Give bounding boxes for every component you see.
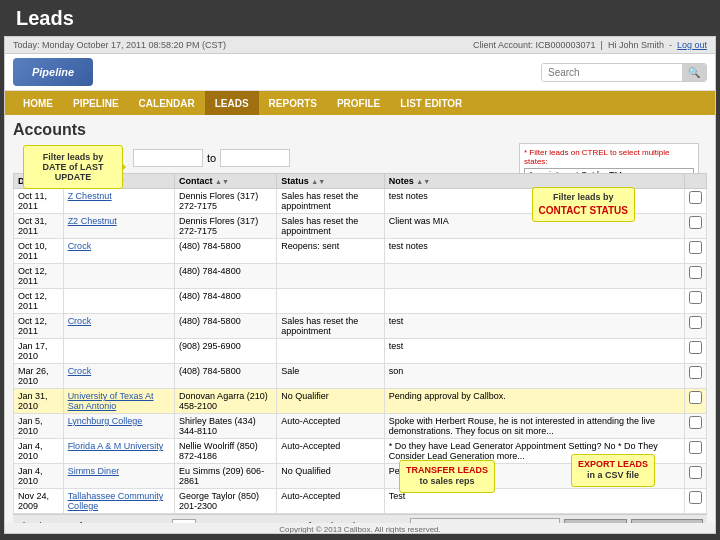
logo: Pipeline xyxy=(13,58,93,86)
cell-status xyxy=(277,339,384,364)
cell-company: Crock xyxy=(63,364,174,389)
row-checkbox[interactable] xyxy=(689,266,702,279)
to-label: to xyxy=(207,152,216,164)
transfer-line2: to sales reps xyxy=(406,476,488,488)
page-title-bar: Leads xyxy=(0,0,720,36)
nav-leads[interactable]: LEADS xyxy=(205,91,259,115)
cell-contact: George Taylor (850) 201-2300 xyxy=(175,489,277,514)
table-row: Mar 26, 2010Crock(408) 784-5800Saleson xyxy=(14,364,707,389)
cell-checkbox[interactable] xyxy=(685,389,707,414)
row-checkbox[interactable] xyxy=(689,491,702,504)
page-input[interactable] xyxy=(172,519,196,523)
row-checkbox[interactable] xyxy=(689,316,702,329)
cell-contact: Nellie Woolriff (850) 872-4186 xyxy=(175,439,277,464)
cell-status: Sales has reset the appointment xyxy=(277,214,384,239)
cell-checkbox[interactable] xyxy=(685,464,707,489)
transfer-label: Transfer selected accounts to: xyxy=(286,521,406,523)
row-checkbox[interactable] xyxy=(689,366,702,379)
export-tooltip: EXPORT LEADS in a CSV file xyxy=(571,454,655,487)
right-info: Client Account: ICB000003071 | Hi John S… xyxy=(473,40,707,50)
row-checkbox[interactable] xyxy=(689,466,702,479)
row-checkbox[interactable] xyxy=(689,391,702,404)
table-row: Jan 17, 2010(908) 295-6900test xyxy=(14,339,707,364)
cell-status: Sale xyxy=(277,364,384,389)
cell-checkbox[interactable] xyxy=(685,189,707,214)
cell-checkbox[interactable] xyxy=(685,214,707,239)
cell-status: Auto-Accepted xyxy=(277,414,384,439)
export-line1: EXPORT LEADS xyxy=(578,459,648,471)
cell-status xyxy=(277,289,384,314)
nav-calendar[interactable]: CALENDAR xyxy=(129,91,205,115)
cell-notes: son xyxy=(384,364,684,389)
date-to-input[interactable] xyxy=(220,149,290,167)
csv-button[interactable]: CSV EXPORT xyxy=(631,519,703,523)
accounts-header: Accounts xyxy=(13,121,707,139)
search-container: 🔍 xyxy=(541,63,707,82)
cell-company xyxy=(63,289,174,314)
row-checkbox[interactable] xyxy=(689,341,702,354)
transfer-select[interactable] xyxy=(410,518,560,523)
cell-company: Z2 Chestnut xyxy=(63,214,174,239)
nav-profile[interactable]: PROFILE xyxy=(327,91,390,115)
cell-checkbox[interactable] xyxy=(685,239,707,264)
search-button[interactable]: 🔍 xyxy=(682,64,706,81)
cell-date: Nov 24, 2009 xyxy=(14,489,64,514)
filter-row: Filter leads by DATE of LAST UPDATE to *… xyxy=(13,143,707,167)
cell-notes: Pending approval by Callbox. xyxy=(384,389,684,414)
logout-link[interactable]: Log out xyxy=(677,40,707,50)
status-filter-label: * Filter leads on CTREL to select multip… xyxy=(524,148,694,166)
logo-image: Pipeline xyxy=(13,58,93,86)
row-checkbox[interactable] xyxy=(689,291,702,304)
row-checkbox[interactable] xyxy=(689,191,702,204)
nav-reports[interactable]: REPORTS xyxy=(259,91,327,115)
cell-company: Z Chestnut xyxy=(63,189,174,214)
cell-contact: Dennis Flores (317) 272-7175 xyxy=(175,189,277,214)
cell-date: Oct 12, 2011 xyxy=(14,314,64,339)
contact-status-tooltip: Filter leads by CONTACT STATUS xyxy=(532,187,635,222)
filter-date-tooltip: Filter leads by DATE of LAST UPDATE xyxy=(23,145,123,189)
row-checkbox[interactable] xyxy=(689,241,702,254)
table-row: Oct 12, 2011Crock(480) 784-5800Sales has… xyxy=(14,314,707,339)
cell-notes: test xyxy=(384,314,684,339)
cell-date: Oct 12, 2011 xyxy=(14,289,64,314)
table-row: Nov 24, 2009Tallahassee Community Colleg… xyxy=(14,489,707,514)
cell-checkbox[interactable] xyxy=(685,414,707,439)
nav-bar: HOME PIPELINE CALENDAR LEADS REPORTS PRO… xyxy=(5,91,715,115)
row-checkbox[interactable] xyxy=(689,416,702,429)
row-checkbox[interactable] xyxy=(689,216,702,229)
cell-checkbox[interactable] xyxy=(685,364,707,389)
date-from-input[interactable] xyxy=(133,149,203,167)
cell-date: Jan 31, 2010 xyxy=(14,389,64,414)
table-row: Jan 5, 2010Lynchburg CollegeShirley Bate… xyxy=(14,414,707,439)
row-checkbox[interactable] xyxy=(689,441,702,454)
cell-contact: (908) 295-6900 xyxy=(175,339,277,364)
client-label: Client Account: ICB000003071 xyxy=(473,40,596,50)
cell-contact: (480) 784-5800 xyxy=(175,239,277,264)
cell-company: University of Texas At San Antonio xyxy=(63,389,174,414)
nav-listeditor[interactable]: LIST EDITOR xyxy=(390,91,472,115)
cell-checkbox[interactable] xyxy=(685,339,707,364)
page-title: Leads xyxy=(16,7,74,30)
cell-checkbox[interactable] xyxy=(685,489,707,514)
page-nav: Showing 1-14 of 14 rows. Go to page: xyxy=(17,519,196,523)
cell-contact: Shirley Bates (434) 344-8110 xyxy=(175,414,277,439)
nav-pipeline[interactable]: PIPELINE xyxy=(63,91,129,115)
contact-status-line1: Filter leads by xyxy=(539,192,628,204)
cell-notes: test notes xyxy=(384,239,684,264)
cell-contact: (480) 784-4800 xyxy=(175,264,277,289)
transfer-button[interactable]: TRANSFER xyxy=(564,519,627,523)
cell-status: Sales has reset the appointment xyxy=(277,189,384,214)
table-row: Oct 12, 2011(480) 784-4800 xyxy=(14,289,707,314)
cell-checkbox[interactable] xyxy=(685,314,707,339)
date-filter: to xyxy=(133,149,290,167)
search-input[interactable] xyxy=(542,64,682,81)
cell-checkbox[interactable] xyxy=(685,439,707,464)
cell-contact: Donovan Agarra (210) 458-2100 xyxy=(175,389,277,414)
cell-company: Florida A & M University xyxy=(63,439,174,464)
table-footer: Showing 1-14 of 14 rows. Go to page: Tra… xyxy=(13,514,707,523)
cell-checkbox[interactable] xyxy=(685,289,707,314)
table-row: Oct 12, 2011(480) 784-4800 xyxy=(14,264,707,289)
cell-checkbox[interactable] xyxy=(685,264,707,289)
nav-home[interactable]: HOME xyxy=(13,91,63,115)
cell-company xyxy=(63,264,174,289)
